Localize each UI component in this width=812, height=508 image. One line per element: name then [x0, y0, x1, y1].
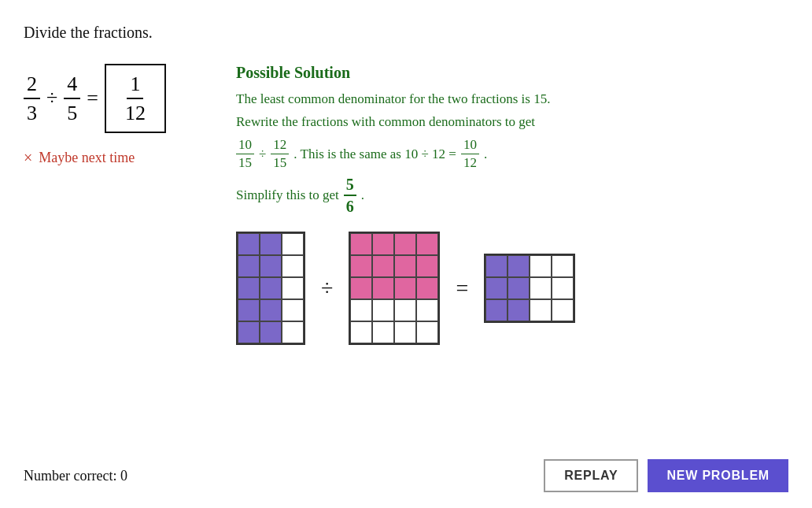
answer-box: 1 12 — [105, 64, 166, 133]
grid-3-cell-8 — [485, 299, 507, 321]
grid-1-cell-12 — [238, 321, 260, 343]
grid-2-cell-4 — [350, 255, 372, 277]
sol-frac2: 12 15 — [271, 137, 289, 172]
grid-3-cell-3 — [552, 255, 574, 277]
grid-1-cell-4 — [260, 255, 282, 277]
grid-3-cell-7 — [552, 277, 574, 299]
left-panel: 2 3 ÷ 4 5 = 1 12 × Maybe next ti — [24, 64, 205, 447]
grid-1-cell-13 — [260, 321, 282, 343]
grid-1-cell-5 — [282, 255, 304, 277]
denominator-2: 5 — [64, 99, 80, 125]
grid-2-cell-6 — [394, 255, 416, 277]
solution-line2: Rewrite the fractions with common denomi… — [236, 111, 788, 134]
grid-2-cell-7 — [416, 255, 438, 277]
new-problem-button[interactable]: NEW PROBLEM — [648, 459, 788, 492]
result-num: 5 — [344, 175, 356, 196]
sol-frac3: 10 12 — [461, 137, 479, 172]
denominator-1: 3 — [24, 99, 40, 125]
grid-1-cell-14 — [282, 321, 304, 343]
grid-3-cell-4 — [485, 277, 507, 299]
grid-2-cell-17 — [372, 321, 394, 343]
grid-2-cell-10 — [394, 277, 416, 299]
grid-3 — [484, 254, 575, 323]
simplify-prefix: Simplify this to get — [236, 187, 339, 203]
numerator-2: 4 — [64, 72, 80, 99]
footer: Number correct: 0 REPLAY NEW PROBLEM — [24, 447, 788, 492]
main-content: 2 3 ÷ 4 5 = 1 12 × Maybe next ti — [24, 64, 788, 447]
grid-2-cell-13 — [372, 299, 394, 321]
fraction-2: 4 5 — [64, 72, 80, 125]
x-icon: × — [24, 149, 32, 167]
grid-2-cell-5 — [372, 255, 394, 277]
result-fraction: 5 6 — [344, 175, 356, 216]
solution-math-line: 10 15 ÷ 12 15 . This is the same as 10 ÷… — [236, 137, 788, 172]
grid-3-cell-6 — [530, 277, 552, 299]
grid-1-cell-8 — [282, 277, 304, 299]
footer-buttons: REPLAY NEW PROBLEM — [544, 459, 788, 492]
grid-1-cell-1 — [260, 233, 282, 255]
grid-2-cell-1 — [372, 233, 394, 255]
grid-2-cell-12 — [350, 299, 372, 321]
simplify-period: . — [361, 187, 364, 203]
grid-3-cell-10 — [530, 299, 552, 321]
grid-2-cell-3 — [416, 233, 438, 255]
grid-1 — [236, 232, 305, 345]
grid-2-cell-0 — [350, 233, 372, 255]
fraction-problem: 2 3 ÷ 4 5 = 1 12 — [24, 64, 205, 133]
grid-1-cell-6 — [238, 277, 260, 299]
sol-same-as: . This is the same as 10 ÷ 12 = — [293, 146, 456, 162]
feedback-text: Maybe next time — [39, 150, 135, 166]
sol-frac3-den: 12 — [461, 154, 479, 171]
fraction-1: 2 3 — [24, 72, 40, 125]
sol-frac2-den: 15 — [271, 154, 289, 171]
sol-period: . — [484, 146, 487, 162]
grid-1-cell-0 — [238, 233, 260, 255]
sol-div-op: ÷ — [259, 146, 266, 162]
grid-2-cell-18 — [394, 321, 416, 343]
grid-2-cell-19 — [416, 321, 438, 343]
grid-1-cell-3 — [238, 255, 260, 277]
grid-1-cell-7 — [260, 277, 282, 299]
grid-3-cell-9 — [507, 299, 530, 321]
grid-2-cell-9 — [372, 277, 394, 299]
grid-2-cell-15 — [416, 299, 438, 321]
grid-3-cell-1 — [507, 255, 530, 277]
solution-title: Possible Solution — [236, 64, 788, 82]
grid-equals-op: = — [456, 276, 468, 301]
equals-sign: = — [87, 87, 98, 110]
grid-3-cell-5 — [507, 277, 530, 299]
sol-frac3-num: 10 — [461, 137, 479, 154]
solution-line1: The least common denominator for the two… — [236, 88, 788, 111]
sol-frac1: 10 15 — [236, 137, 254, 172]
grid-2-cell-14 — [394, 299, 416, 321]
answer-denominator: 12 — [122, 99, 149, 125]
grid-1-cell-2 — [282, 233, 304, 255]
answer-numerator: 1 — [127, 72, 143, 99]
page: Divide the fractions. 2 3 ÷ 4 5 = 1 12 — [0, 0, 812, 508]
divide-op: ÷ — [46, 87, 57, 110]
replay-button[interactable]: REPLAY — [544, 459, 638, 492]
sol-frac1-num: 10 — [236, 137, 254, 154]
grid-2-cell-8 — [350, 277, 372, 299]
number-correct: Number correct: 0 — [24, 468, 127, 484]
right-panel: Possible Solution The least common denom… — [236, 64, 788, 447]
numerator-1: 2 — [24, 72, 40, 99]
grid-2-cell-11 — [416, 277, 438, 299]
sol-frac1-den: 15 — [236, 154, 254, 171]
grid-divide-op: ÷ — [321, 276, 333, 301]
answer-fraction: 1 12 — [122, 72, 149, 125]
grid-1-cell-10 — [260, 299, 282, 321]
instruction: Divide the fractions. — [24, 24, 788, 42]
grid-2-cell-16 — [350, 321, 372, 343]
simplify-line: Simplify this to get 5 6 . — [236, 175, 788, 216]
grids-area: ÷ = — [236, 232, 788, 345]
sol-frac2-num: 12 — [271, 137, 289, 154]
grid-1-cell-11 — [282, 299, 304, 321]
feedback-message: × Maybe next time — [24, 149, 205, 167]
grid-3-cell-11 — [552, 299, 574, 321]
result-den: 6 — [344, 196, 356, 216]
grid-3-cell-0 — [485, 255, 507, 277]
grid-1-cell-9 — [238, 299, 260, 321]
grid-2-cell-2 — [394, 233, 416, 255]
grid-2 — [349, 232, 440, 345]
